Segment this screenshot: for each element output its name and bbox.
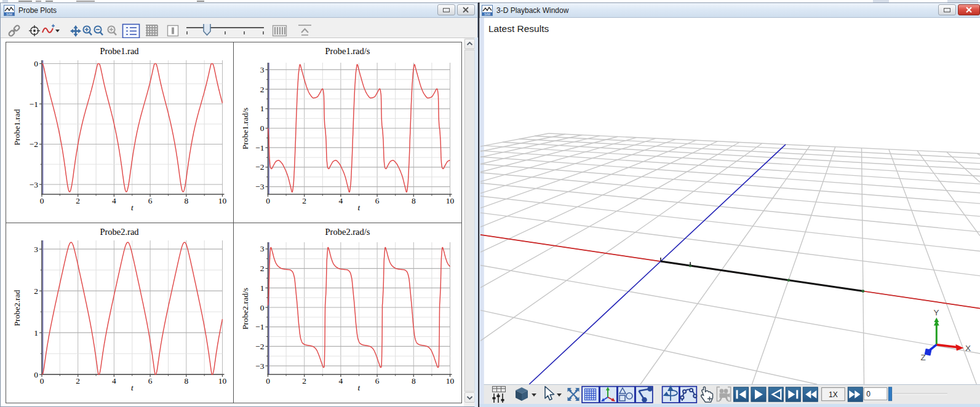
svg-text:0: 0 xyxy=(260,303,265,312)
svg-text:0: 0 xyxy=(260,124,265,133)
svg-text:0: 0 xyxy=(266,376,270,385)
svg-text:−1: −1 xyxy=(255,322,264,331)
svg-text:1: 1 xyxy=(260,104,265,113)
svg-text:10: 10 xyxy=(218,196,227,205)
svg-text:6: 6 xyxy=(148,196,153,205)
svg-text:0: 0 xyxy=(40,196,44,205)
svg-text:10: 10 xyxy=(446,196,455,205)
svg-text:−1: −1 xyxy=(255,143,264,152)
svg-text:t: t xyxy=(131,203,134,212)
svg-text:2: 2 xyxy=(260,85,265,94)
svg-text:Probe1.rad: Probe1.rad xyxy=(12,109,22,145)
svg-text:3: 3 xyxy=(34,245,38,254)
svg-text:−1: −1 xyxy=(30,100,38,109)
svg-text:−2: −2 xyxy=(255,162,264,172)
svg-text:3: 3 xyxy=(260,65,265,74)
svg-text:2: 2 xyxy=(302,196,306,205)
svg-text:t: t xyxy=(358,383,361,392)
svg-text:8: 8 xyxy=(412,376,416,385)
svg-text:2: 2 xyxy=(76,376,80,385)
svg-text:8: 8 xyxy=(184,196,188,205)
svg-text:SIM: SIM xyxy=(484,12,490,15)
svg-text:10: 10 xyxy=(446,376,455,385)
svg-text:0: 0 xyxy=(34,370,38,379)
svg-text:2: 2 xyxy=(34,286,38,296)
svg-text:1: 1 xyxy=(260,283,265,293)
svg-text:0: 0 xyxy=(34,59,38,68)
svg-text:−3: −3 xyxy=(30,180,39,189)
svg-text:4: 4 xyxy=(339,376,343,385)
svg-text:Probe1.rad/s: Probe1.rad/s xyxy=(241,108,250,149)
svg-text:Probe2.rad/s: Probe2.rad/s xyxy=(241,288,250,330)
svg-text:t: t xyxy=(358,203,361,212)
svg-text:−3: −3 xyxy=(255,362,265,371)
svg-text:−3: −3 xyxy=(255,182,265,191)
svg-text:−2: −2 xyxy=(30,140,38,149)
svg-text:0: 0 xyxy=(266,196,270,205)
svg-text:1: 1 xyxy=(34,328,38,338)
svg-text:8: 8 xyxy=(184,376,188,385)
svg-text:Probe2.rad/s: Probe2.rad/s xyxy=(325,227,370,237)
svg-text:Probe2.rad: Probe2.rad xyxy=(12,290,22,326)
svg-text:4: 4 xyxy=(112,196,116,205)
svg-text:6: 6 xyxy=(375,196,380,205)
svg-text:3: 3 xyxy=(260,244,265,253)
svg-text:2: 2 xyxy=(260,264,265,273)
svg-text:4: 4 xyxy=(339,196,343,205)
svg-text:−2: −2 xyxy=(255,342,264,351)
svg-text:t: t xyxy=(131,383,134,392)
svg-text:Probe1.rad/s: Probe1.rad/s xyxy=(325,46,370,56)
svg-text:Probe1.rad: Probe1.rad xyxy=(100,46,139,56)
svg-text:4: 4 xyxy=(112,376,116,385)
svg-text:6: 6 xyxy=(375,376,380,385)
svg-text:6: 6 xyxy=(148,376,153,385)
svg-text:10: 10 xyxy=(218,376,227,385)
svg-text:0: 0 xyxy=(40,376,44,385)
svg-text:2: 2 xyxy=(302,376,306,385)
svg-text:2: 2 xyxy=(76,196,80,205)
svg-text:8: 8 xyxy=(412,196,416,205)
svg-text:Probe2.rad: Probe2.rad xyxy=(100,227,139,237)
